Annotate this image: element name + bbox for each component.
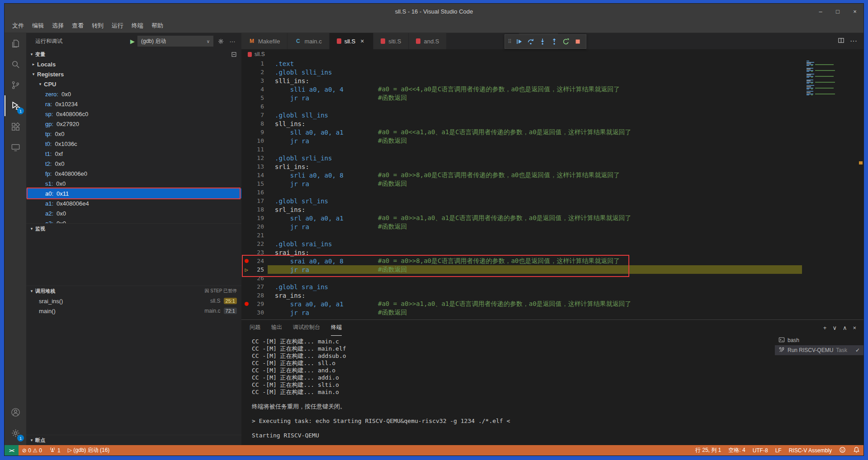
gutter[interactable] — [241, 85, 251, 94]
explorer-icon[interactable] — [5, 33, 26, 54]
step-into-button[interactable] — [537, 36, 548, 47]
code-line[interactable]: 26 — [241, 274, 863, 282]
more-actions-icon[interactable]: ··· — [850, 37, 857, 45]
code-line[interactable]: 29 sra a0, a0, a1#a0 = a0>>a1,a0、a1是C语言调… — [241, 300, 863, 308]
code-line[interactable]: 2.globl slli_ins — [241, 68, 863, 76]
section-watch[interactable]: ▾ 监视 — [26, 223, 241, 234]
stack-frame[interactable]: main()main.c72:1 — [26, 306, 241, 316]
tree-item-locals[interactable]: ▸Locals — [26, 59, 241, 69]
start-debugging-icon[interactable]: ▶ — [130, 38, 135, 45]
run-and-debug-icon[interactable]: 1 — [5, 95, 26, 116]
code-line[interactable]: 10 jr ra#函数返回 — [241, 136, 863, 145]
code-line[interactable]: 12.globl srli_ins — [241, 154, 863, 162]
terminal-list-item[interactable]: Run RISCV-QEMUTask✓ — [775, 345, 863, 355]
source-control-icon[interactable] — [5, 75, 26, 95]
register-a0[interactable]: a0:0x11 — [26, 188, 241, 198]
register-a1[interactable]: a1:0x408006e4 — [26, 198, 241, 208]
gutter[interactable] — [241, 308, 251, 317]
code-line[interactable]: 16 — [241, 188, 863, 197]
gutter[interactable] — [241, 248, 251, 257]
gutter[interactable] — [241, 282, 251, 291]
code-line[interactable]: 8sll_ins: — [241, 119, 863, 128]
register-zero[interactable]: zero:0x0 — [26, 89, 241, 99]
code-line[interactable]: 30 jr ra#函数返回 — [241, 308, 863, 317]
gutter[interactable] — [241, 188, 251, 197]
code-line[interactable]: 13srli_ins: — [241, 162, 863, 171]
code-line[interactable]: 28sra_ins: — [241, 291, 863, 300]
status-feedback[interactable] — [835, 445, 849, 455]
register-fp[interactable]: fp:0x408006e0 — [26, 169, 241, 178]
gutter[interactable] — [241, 136, 251, 145]
register-t1[interactable]: t1:0xf — [26, 149, 241, 159]
close-icon[interactable]: × — [359, 38, 366, 45]
status-remote[interactable]: >< — [5, 445, 19, 455]
gutter[interactable] — [241, 59, 251, 68]
status-cursor-position[interactable]: 行 25, 列 1 — [692, 445, 725, 455]
gutter[interactable] — [241, 197, 251, 205]
register-sp[interactable]: sp:0x408006c0 — [26, 109, 241, 119]
tab-main.c[interactable]: Cmain.c — [288, 33, 329, 49]
register-s1[interactable]: s1:0x0 — [26, 178, 241, 188]
register-gp[interactable]: gp:0x27920 — [26, 119, 241, 129]
menu-item[interactable]: 编辑 — [28, 21, 48, 31]
gutter[interactable] — [241, 68, 251, 76]
code-line[interactable]: 23srai_ins: — [241, 248, 863, 257]
code-line[interactable]: 27.globl sra_ins — [241, 282, 863, 291]
collapse-all-icon[interactable] — [231, 52, 237, 57]
status-ports[interactable]: 1 — [46, 445, 64, 455]
tree-item-registers[interactable]: ▾Registers — [26, 69, 241, 79]
menu-item[interactable]: 运行 — [108, 21, 127, 31]
status-language-mode[interactable]: RISC-V Assembly — [785, 445, 835, 455]
step-out-button[interactable] — [548, 36, 560, 47]
code-line[interactable]: 5 jr ra#函数返回 — [241, 94, 863, 102]
code-line[interactable]: ▷25 jr ra#函数返回 — [241, 265, 863, 274]
minimap[interactable] — [807, 61, 857, 96]
stack-frame[interactable]: srai_ins()sll.S25:1 — [26, 296, 241, 306]
code-line[interactable]: 9 sll a0, a0, a1#a0 = a0<<a1,a0、a1是C语言调用… — [241, 128, 863, 136]
drag-handle-icon[interactable]: ⠿ — [508, 38, 512, 45]
register-tp[interactable]: tp:0x0 — [26, 129, 241, 139]
terminal-list-item[interactable]: bash — [775, 335, 863, 345]
register-a3[interactable]: a3:0x0 — [26, 218, 241, 223]
code-line[interactable]: 22.globl srai_ins — [241, 239, 863, 248]
gutter[interactable] — [241, 76, 251, 85]
more-actions-icon[interactable]: ··· — [228, 38, 237, 45]
continue-button[interactable] — [513, 36, 525, 47]
stop-button[interactable] — [572, 36, 584, 47]
code-line[interactable]: 18srl_ins: — [241, 205, 863, 214]
gutter[interactable] — [241, 154, 251, 162]
code-line[interactable]: 19 srl a0, a0, a1#a0 = a0>>a1,a0、a1是C语言调… — [241, 214, 863, 222]
code-line[interactable]: 7.globl sll_ins — [241, 111, 863, 119]
gutter[interactable] — [241, 171, 251, 179]
gutter[interactable] — [241, 94, 251, 102]
code-line[interactable]: 21 — [241, 231, 863, 239]
code-line[interactable]: 17.globl srl_ins — [241, 197, 863, 205]
status-encoding[interactable]: UTF-8 — [749, 445, 772, 455]
gutter[interactable] — [241, 111, 251, 119]
breakpoint-icon[interactable] — [245, 259, 249, 263]
gutter[interactable] — [241, 239, 251, 248]
code-line[interactable]: 11 — [241, 145, 863, 154]
new-terminal-icon[interactable]: + — [823, 324, 827, 331]
terminal-output[interactable]: CC -[M] 正在构建... main.cCC -[M] 正在构建... ma… — [241, 335, 775, 445]
title-bar[interactable]: sll.S - 16 - Visual Studio Code – □ × — [5, 4, 863, 19]
code-line[interactable]: 1.text — [241, 59, 863, 68]
gutter[interactable] — [241, 274, 251, 282]
menu-item[interactable]: 终端 — [127, 21, 147, 31]
gutter[interactable] — [241, 128, 251, 136]
gutter[interactable] — [241, 102, 251, 111]
maximize-icon[interactable]: □ — [829, 4, 846, 19]
terminal-dropdown-icon[interactable]: ∨ — [832, 324, 837, 331]
menu-item[interactable]: 选择 — [48, 21, 68, 31]
code-line[interactable]: 20 jr ra#函数返回 — [241, 222, 863, 231]
restart-button[interactable] — [560, 36, 572, 47]
register-t0[interactable]: t0:0x1036c — [26, 139, 241, 149]
panel-tab-问题[interactable]: 问题 — [250, 320, 260, 336]
debug-settings-gear-icon[interactable] — [216, 38, 225, 45]
status-debug-config[interactable]: ▷ (gdb) 启动 (16) — [64, 445, 113, 455]
code-editor[interactable]: 1.text2.globl slli_ins3slli_ins:4 slli a… — [241, 59, 863, 319]
code-line[interactable]: 14 srli a0, a0, 8#a0 = a0>>8,a0是C语言调用者传递… — [241, 171, 863, 179]
gutter[interactable] — [241, 214, 251, 222]
menu-item[interactable]: 转到 — [88, 21, 108, 31]
breadcrumb[interactable]: sll.S — [241, 49, 863, 59]
